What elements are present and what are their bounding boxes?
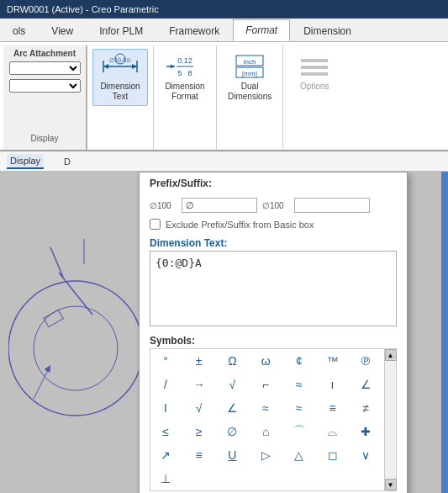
dimension-format-button[interactable]: 0.12 5 8 DimensionFormat [159, 49, 211, 106]
sym-arrow-right[interactable]: → [184, 373, 214, 396]
title-bar: DRW0001 (Active) - Creo Parametric [0, 0, 448, 19]
sym-perp[interactable]: ⊥ [150, 467, 181, 490]
dual-dimensions-button[interactable]: inch [mm] DualDimensions [222, 49, 277, 106]
dimension-format-group: 0.12 5 8 DimensionFormat [154, 45, 217, 150]
svg-rect-19 [301, 72, 328, 76]
symbols-grid: ° ± Ω ω ¢ ™ ℗ / → √ ⌐ ≈ ı ∠ I √ ∠ ≈ [150, 349, 384, 490]
sym-neq[interactable]: ≠ [350, 396, 381, 420]
suffix-indicator: ∅100 [262, 201, 289, 210]
dimension-text-icon: ∅10.0⊙ [100, 53, 140, 80]
sym-angle[interactable]: ∠ [350, 373, 381, 396]
sym-house[interactable]: ⌂ [250, 420, 281, 443]
dimension-format-icon: 0.12 5 8 [165, 53, 205, 80]
sym-tm[interactable]: ™ [318, 349, 348, 373]
sym-arc[interactable]: ⌒ [284, 420, 314, 443]
tab-inforplm[interactable]: Infor PLM [87, 20, 155, 41]
second-ribbon: Display D [0, 151, 448, 172]
tab-format[interactable]: Format [233, 19, 290, 41]
ribbon-d-tab[interactable]: D [61, 155, 74, 168]
dimension-text-input[interactable]: {0:@D}A [150, 251, 397, 326]
exclude-checkbox[interactable] [150, 219, 161, 230]
sym-sqrt[interactable]: √ [217, 373, 247, 396]
svg-marker-2 [132, 64, 137, 69]
ribbon-tabs: ols View Infor PLM Framework Format Dime… [0, 19, 448, 42]
svg-rect-18 [301, 66, 328, 69]
dual-dimensions-group: inch [mm] DualDimensions [217, 45, 283, 150]
svg-marker-12 [171, 65, 175, 69]
symbols-scrollbar: ▲ ▼ [384, 349, 396, 490]
sym-approx2[interactable]: ≈ [250, 396, 281, 420]
sym-equiv[interactable]: ≡ [318, 396, 348, 420]
sym-tilde[interactable]: ≈ [284, 396, 314, 420]
tab-framework[interactable]: Framework [156, 20, 232, 41]
prefix-suffix-label: Prefix/Suffix: [150, 178, 212, 189]
options-button[interactable]: Options [288, 49, 340, 96]
sym-cross[interactable]: ✚ [350, 420, 381, 443]
arc-attachment-panel: Arc Attachment Display [3, 45, 87, 150]
sym-underline-u[interactable]: U [217, 443, 247, 467]
sym-plusminus[interactable]: ± [184, 349, 214, 373]
sym-sqrt2[interactable]: √ [184, 396, 214, 420]
scroll-down-button[interactable]: ▼ [385, 479, 397, 490]
sym-geq[interactable]: ≥ [184, 420, 214, 443]
svg-marker-27 [45, 363, 54, 373]
sym-p-circle[interactable]: ℗ [350, 349, 381, 373]
prefix-suffix-inputs: ∅100 ∅100 [140, 194, 407, 216]
sym-corner[interactable]: ⌐ [250, 373, 281, 396]
sym-omega[interactable]: ω [250, 349, 281, 373]
svg-marker-1 [103, 64, 108, 69]
svg-point-20 [8, 281, 143, 416]
tab-dimension[interactable]: Dimension [291, 20, 364, 41]
dimension-text-section-label: Dimension Text: [140, 232, 407, 251]
dual-dimensions-label: DualDimensions [228, 82, 271, 102]
prefix-suffix-header: Prefix/Suffix: [140, 172, 407, 194]
sym-cap-i[interactable]: I [150, 396, 181, 420]
options-label: Options [300, 82, 329, 92]
sym-diameter[interactable]: ∅ [217, 420, 247, 443]
sym-square[interactable]: ◻ [318, 443, 348, 467]
sym-degree[interactable]: ° [150, 349, 181, 373]
sym-dotless-i[interactable]: ı [318, 373, 348, 396]
sym-leq[interactable]: ≤ [150, 420, 181, 443]
title-text: DRW0001 (Active) - Creo Parametric [7, 4, 159, 14]
scroll-up-button[interactable]: ▲ [385, 349, 397, 361]
workspace: Prefix/Suffix: ∅100 ∅100 Exclude Prefix/… [0, 172, 448, 493]
sym-omega-cap[interactable]: Ω [217, 349, 247, 373]
svg-point-21 [34, 306, 118, 390]
dual-dimensions-icon: inch [mm] [229, 53, 270, 80]
exclude-label: Exclude Prefix/Suffix from Basic box [166, 220, 314, 230]
arc-attachment-select[interactable] [9, 61, 81, 75]
dimension-text-label: DimensionText [100, 82, 140, 102]
options-icon [294, 53, 335, 80]
tab-tools[interactable]: ols [0, 20, 38, 41]
prefix-input[interactable] [182, 198, 257, 213]
prefix-suffix-dialog: Prefix/Suffix: ∅100 ∅100 Exclude Prefix/… [139, 172, 408, 493]
sym-approx[interactable]: ≈ [284, 373, 314, 396]
svg-text:∅10.0⊙: ∅10.0⊙ [109, 57, 131, 63]
tab-view[interactable]: View [39, 20, 86, 41]
svg-rect-17 [301, 59, 328, 62]
svg-text:5: 5 [177, 69, 182, 77]
right-color-bar [441, 172, 448, 493]
dimension-text-button[interactable]: ∅10.0⊙ DimensionText [92, 49, 148, 106]
sym-slash[interactable]: / [150, 373, 181, 396]
sym-triangle-right[interactable]: ▷ [250, 443, 281, 467]
sym-lines[interactable]: ≡ [184, 443, 214, 467]
arc-attachment-select2[interactable] [9, 79, 81, 93]
sym-arc2[interactable]: ⌓ [318, 420, 348, 443]
display-label: Display [31, 134, 59, 146]
svg-text:0.12: 0.12 [177, 56, 192, 65]
sym-cent[interactable]: ¢ [284, 349, 314, 373]
sym-triangle-up[interactable]: △ [284, 443, 314, 467]
sym-arrow-ne[interactable]: ↗ [150, 443, 181, 467]
suffix-input[interactable] [294, 198, 370, 213]
drawing-svg [8, 180, 143, 493]
sym-down-v[interactable]: ∨ [350, 443, 381, 467]
svg-text:inch: inch [244, 58, 256, 66]
svg-text:8: 8 [187, 69, 192, 77]
ribbon-display-tab[interactable]: Display [7, 154, 44, 169]
dimension-format-label: DimensionFormat [165, 82, 204, 102]
options-group: Options [283, 45, 345, 150]
sym-angle2[interactable]: ∠ [217, 396, 247, 420]
svg-text:[mm]: [mm] [242, 70, 257, 77]
